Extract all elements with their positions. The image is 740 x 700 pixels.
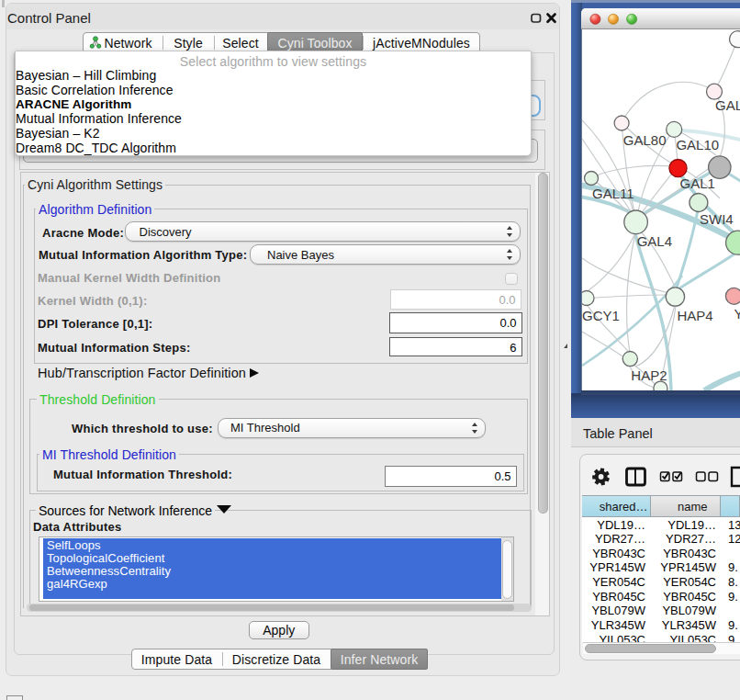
svg-text:GAL7: GAL7 xyxy=(715,97,740,113)
svg-text:GAL80: GAL80 xyxy=(623,132,667,148)
svg-text:GAL4: GAL4 xyxy=(637,233,672,249)
svg-text:Y: Y xyxy=(734,306,740,322)
svg-text:HAP4: HAP4 xyxy=(678,308,713,323)
svg-text:GAL10: GAL10 xyxy=(676,137,719,152)
svg-text:GAL11: GAL11 xyxy=(592,186,634,201)
svg-text:GAL1: GAL1 xyxy=(680,175,715,191)
svg-text:GCY1: GCY1 xyxy=(582,308,620,323)
svg-text:SWI4: SWI4 xyxy=(700,211,734,227)
svg-text:HAP2: HAP2 xyxy=(631,367,667,383)
